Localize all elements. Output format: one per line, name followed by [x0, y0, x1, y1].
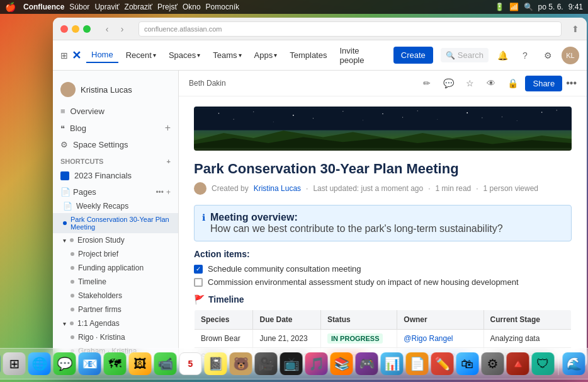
- dock-appstore[interactable]: 🛍: [456, 352, 479, 375]
- star-icon[interactable]: ☆: [461, 74, 478, 92]
- dock-mail[interactable]: 📧: [79, 352, 101, 375]
- author-bar-label: Beth Dakin: [189, 79, 226, 88]
- nav-templates[interactable]: Templates: [285, 48, 332, 62]
- sidebar-page-stakeholders[interactable]: Stakeholders: [53, 289, 178, 303]
- close-button[interactable]: [60, 25, 68, 33]
- help-icon[interactable]: ?: [516, 47, 534, 64]
- menu-window[interactable]: Okno: [183, 3, 201, 11]
- pages-more-icon[interactable]: •••: [155, 188, 164, 197]
- sidebar-page-agendas[interactable]: ▾ 1:1 Agendas: [53, 316, 178, 330]
- menu-edit[interactable]: Upraviť: [94, 3, 119, 11]
- user-avatar[interactable]: KL: [562, 47, 579, 64]
- edit-icon[interactable]: ✏: [418, 74, 436, 92]
- settings-icon[interactable]: ⚙: [539, 47, 557, 64]
- sidebar-page-funding[interactable]: Funding application: [53, 261, 178, 275]
- dock-facetime[interactable]: 📹: [154, 352, 177, 375]
- confluence-navbar: ⊞ ✕ Home Recent▾ Spaces▾ Teams▾ Apps▾ Te…: [53, 40, 587, 71]
- nav-invite[interactable]: Invite people: [334, 43, 390, 67]
- sidebar-page-erosion-study[interactable]: ▾ Erosion Study: [53, 233, 178, 247]
- overview-label: Overview: [71, 107, 105, 116]
- sidebar-page-project-brief[interactable]: Project brief: [53, 247, 178, 261]
- dock-maps[interactable]: 🗺: [104, 352, 127, 375]
- sidebar-page-rigo[interactable]: Rigo · Kristina: [53, 330, 178, 344]
- browser-share-icon[interactable]: ⬆: [572, 24, 579, 34]
- dock-pages[interactable]: 📄: [406, 352, 429, 375]
- dock-artstudio[interactable]: 🔺: [507, 352, 529, 375]
- sidebar-item-settings[interactable]: ⚙ Space Settings: [53, 137, 178, 153]
- dock-music[interactable]: 🎵: [305, 352, 328, 375]
- dock-systemprefs[interactable]: ⚙: [482, 352, 504, 375]
- dock-downloads[interactable]: 🌊: [563, 352, 585, 375]
- dock-books[interactable]: 📚: [331, 352, 353, 375]
- collapse-arrow-agendas[interactable]: ▾: [63, 320, 66, 327]
- dock-calendar[interactable]: 5: [179, 352, 202, 375]
- shortcuts-add[interactable]: +: [167, 158, 171, 165]
- meeting-overview-box: ℹ Meeting overview: How can we best cont…: [194, 205, 572, 241]
- checkbox-unchecked-2[interactable]: [194, 278, 203, 287]
- dock-launchpad[interactable]: ⊞: [3, 352, 26, 375]
- dock-appletv[interactable]: 📺: [280, 352, 303, 375]
- sidebar-page-timeline[interactable]: Timeline: [53, 275, 178, 289]
- search-bar[interactable]: 🔍 Search: [441, 48, 489, 62]
- sidebar-page-weekly-recaps[interactable]: 📄 Weekly Recaps: [53, 199, 178, 213]
- dock-controller[interactable]: 🎮: [356, 352, 378, 375]
- dock-separator: [558, 352, 559, 375]
- pages-add-icon[interactable]: +: [166, 188, 171, 197]
- pages-header: 📄 Pages ••• +: [53, 183, 178, 199]
- view-icon[interactable]: 👁: [482, 74, 500, 92]
- dock-finder[interactable]: 🔍: [0, 352, 1, 375]
- create-button[interactable]: Create: [393, 47, 433, 64]
- dock-messages[interactable]: 💬: [54, 352, 76, 375]
- due-date-1: June 21, 2023: [253, 330, 321, 348]
- sidebar-user: Kristina Lucas: [53, 78, 178, 101]
- meta-avatar: [194, 182, 206, 195]
- sidebar-shortcut-financials[interactable]: 2023 Financials: [53, 168, 178, 183]
- menu-help[interactable]: Pomocník: [206, 3, 239, 11]
- col-stage: Current Stage: [483, 310, 571, 330]
- sidebar-item-blog[interactable]: ❝ Blog +: [53, 119, 178, 137]
- nav-home[interactable]: Home: [86, 47, 118, 63]
- back-button[interactable]: ‹: [101, 23, 113, 35]
- app-name: Confluence: [23, 3, 64, 11]
- menu-view[interactable]: Zobraziť: [125, 3, 153, 11]
- sidebar-page-partner-firms[interactable]: Partner firms: [53, 303, 178, 316]
- dock-numbers[interactable]: 📊: [381, 352, 404, 375]
- nav-apps[interactable]: Apps▾: [249, 48, 283, 62]
- dock-bear[interactable]: 🐻: [230, 352, 252, 375]
- collapse-arrow-erosion[interactable]: ▾: [63, 237, 66, 244]
- content-inner: Park Conservation 30-Year Plan Meeting C…: [179, 96, 587, 368]
- dock-artstudio2[interactable]: 🛡: [532, 352, 555, 375]
- sidebar-page-park-conservation[interactable]: Park Conservation 30-Year Plan Meeting: [53, 213, 178, 233]
- comment-icon[interactable]: 💬: [439, 74, 457, 92]
- hero-image: [194, 107, 572, 151]
- author-link[interactable]: Kristina Lucas: [254, 184, 301, 193]
- dock-notes[interactable]: 📓: [205, 352, 227, 375]
- forward-button[interactable]: ›: [116, 23, 128, 35]
- dock-photos[interactable]: 🖼: [129, 352, 152, 375]
- grid-icon[interactable]: ⊞: [60, 50, 68, 61]
- menu-go[interactable]: Prejsť: [157, 3, 178, 11]
- dock-quicktime[interactable]: 🎥: [255, 352, 278, 375]
- owner-link-1[interactable]: @Rigo Rangel: [404, 334, 453, 343]
- minimize-button[interactable]: [72, 25, 79, 33]
- bell-icon[interactable]: 🔔: [494, 47, 511, 64]
- nav-recent[interactable]: Recent▾: [121, 48, 161, 62]
- more-options-icon[interactable]: •••: [566, 78, 577, 89]
- restrict-icon[interactable]: 🔒: [504, 74, 521, 92]
- nav-teams[interactable]: Teams▾: [208, 48, 246, 62]
- action-item-1-text: Schedule community consultation meeting: [208, 264, 361, 274]
- sidebar-item-overview[interactable]: ≡ Overview: [53, 103, 178, 119]
- svg-point-17: [482, 117, 482, 118]
- dock-keynote[interactable]: ✏️: [431, 352, 454, 375]
- svg-point-16: [437, 119, 438, 120]
- menu-file[interactable]: Súbor: [69, 3, 89, 11]
- action-item-2-text: Commission environmental assessment stud…: [208, 277, 519, 287]
- maximize-button[interactable]: [83, 25, 91, 33]
- confluence-logo: ⊞ ✕: [60, 49, 81, 62]
- blog-add-icon[interactable]: +: [165, 122, 171, 134]
- nav-spaces[interactable]: Spaces▾: [164, 48, 205, 62]
- search-menubar-icon[interactable]: 🔍: [524, 3, 533, 11]
- checkbox-checked-1[interactable]: ✓: [194, 265, 203, 274]
- share-button[interactable]: Share: [525, 76, 562, 91]
- dock-safari[interactable]: 🌐: [28, 352, 51, 375]
